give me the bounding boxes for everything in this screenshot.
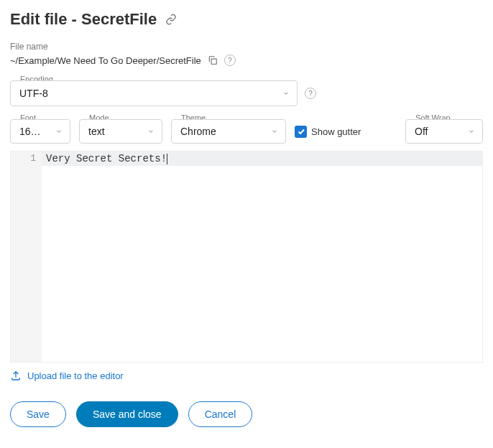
copy-icon[interactable]: [207, 55, 218, 66]
editor-cursor: [167, 154, 167, 164]
font-select[interactable]: 16…: [10, 119, 70, 144]
editor-gutter: 1: [11, 151, 42, 362]
svg-rect-0: [211, 59, 216, 64]
permalink-icon[interactable]: [165, 14, 177, 25]
save-button[interactable]: Save: [10, 401, 66, 427]
file-name-label: File name: [10, 42, 483, 52]
upload-icon: [10, 370, 22, 381]
show-gutter-checkbox[interactable]: [295, 126, 307, 138]
cancel-button[interactable]: Cancel: [188, 401, 253, 427]
encoding-select[interactable]: UTF-8: [10, 80, 298, 106]
mode-select[interactable]: text: [79, 119, 162, 144]
code-text: Very Secret Secrets!: [46, 153, 167, 164]
font-value: 16…: [19, 126, 41, 137]
upload-file-link[interactable]: Upload file to the editor: [10, 370, 483, 381]
editor-content[interactable]: Very Secret Secrets!: [42, 151, 482, 362]
chevron-down-icon: [282, 90, 290, 97]
code-editor[interactable]: 1 Very Secret Secrets!: [10, 151, 483, 363]
theme-value: Chrome: [180, 126, 216, 137]
file-name-value: ~/Example/We Need To Go Deeper/SecretFil…: [10, 55, 201, 66]
upload-label: Upload file to the editor: [27, 370, 124, 381]
page-title: Edit file - SecretFile: [10, 10, 157, 29]
help-icon[interactable]: ?: [224, 55, 236, 66]
show-gutter-label: Show gutter: [311, 126, 361, 137]
save-close-button[interactable]: Save and close: [76, 401, 178, 427]
chevron-down-icon: [147, 128, 155, 135]
chevron-down-icon: [55, 128, 63, 135]
chevron-down-icon: [271, 128, 278, 135]
soft-wrap-select[interactable]: Off: [405, 119, 483, 144]
chevron-down-icon: [468, 128, 475, 135]
encoding-value: UTF-8: [19, 88, 48, 99]
help-icon[interactable]: ?: [305, 88, 316, 99]
soft-wrap-value: Off: [415, 126, 428, 137]
theme-select[interactable]: Chrome: [171, 119, 286, 144]
line-number: 1: [14, 153, 36, 164]
mode-value: text: [88, 126, 105, 137]
